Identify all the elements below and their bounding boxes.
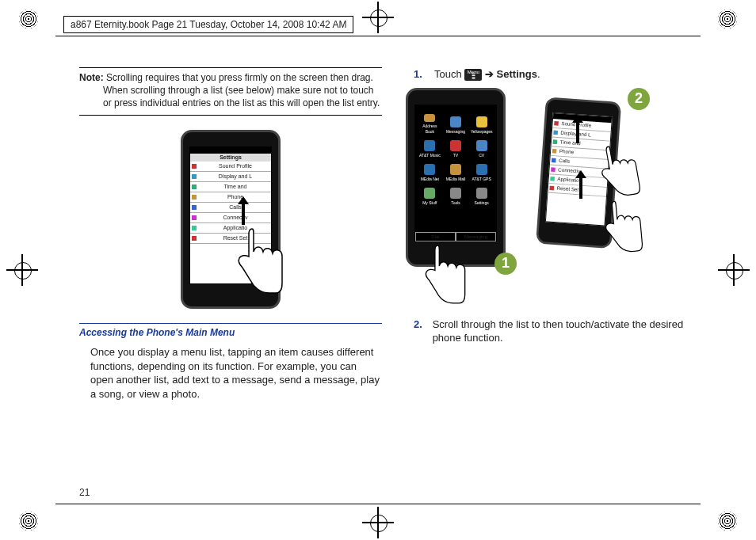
callout-2: 2 [628, 88, 650, 110]
crop-mark-icon [19, 511, 38, 530]
figure-settings-scroll: Settings Sound ProfileDisplay and LTime … [79, 130, 382, 313]
settings-row: Phone [190, 192, 271, 203]
app-icon: MEdia Net [418, 162, 442, 184]
app-icon: TV [444, 138, 468, 160]
page-number: 21 [79, 486, 90, 499]
scroll-arrow-icon [572, 112, 583, 151]
settings-row: Time and [190, 182, 271, 192]
phone-menu-illustration: Address BookMessagingYellowpagesAT&T Mus… [406, 88, 506, 267]
app-icon: AT&T GPS [469, 162, 494, 184]
hand-icon [595, 196, 644, 257]
phone-screen-title: Settings [190, 154, 271, 162]
app-icon: Settings [469, 185, 494, 207]
note-label: Note: [79, 72, 104, 83]
registration-mark-icon [362, 2, 394, 33]
hand-icon [589, 139, 643, 203]
registration-mark-icon [718, 254, 750, 286]
crop-mark-icon [718, 511, 737, 530]
app-icon: MEdia Mall [444, 162, 468, 184]
note-text: Scrolling requires that you press firmly… [103, 72, 380, 108]
crop-line [55, 504, 701, 504]
crop-mark-icon [19, 10, 38, 29]
softkey: Messaging [456, 232, 496, 241]
step-number: 1. [414, 67, 426, 82]
settings-row: Sound Profile [190, 162, 271, 172]
app-icon: AT&T Music [418, 138, 442, 160]
right-column: 1. Touch Menu≣ ➔ Settings. Address BookM… [406, 67, 708, 485]
menu-icon: Menu≣ [464, 69, 482, 81]
left-column: Note: Scrolling requires that you press … [79, 67, 382, 485]
registration-mark-icon [6, 254, 38, 286]
softkey: Dial [415, 232, 456, 241]
registration-mark-icon [362, 507, 394, 538]
scroll-arrow-icon [238, 193, 249, 233]
callout-1: 1 [494, 253, 517, 275]
app-icon: My Stuff [418, 185, 442, 207]
step-number: 2. [414, 318, 425, 345]
step-1: 1. Touch Menu≣ ➔ Settings. [414, 67, 708, 82]
section-heading: Accessing the Phone's Main Menu [79, 323, 382, 339]
app-icon: Yellowpages [469, 114, 494, 136]
arrow-icon: ➔ [485, 68, 494, 80]
body-paragraph: Once you display a menu list, tapping an… [90, 345, 382, 401]
page-header: a867 Eternity.book Page 21 Tuesday, Octo… [63, 16, 353, 33]
crop-line [55, 36, 701, 36]
step-2: 2. Scroll through the list to then touch… [414, 318, 708, 345]
step-text: Touch [434, 68, 462, 80]
scroll-arrow-icon [575, 167, 586, 207]
hand-icon [228, 225, 284, 296]
settings-row: Calls [190, 203, 271, 213]
step-text: Scroll through the list to then touch/ac… [433, 318, 708, 345]
figure-main-menu: Address BookMessagingYellowpagesAT&T Mus… [406, 88, 708, 310]
settings-row: Display and L [190, 172, 271, 182]
app-icon: Tools [444, 185, 468, 207]
note-block: Note: Scrolling requires that you press … [79, 67, 382, 116]
settings-row: Connectiv [190, 213, 271, 223]
crop-mark-icon [718, 10, 737, 29]
app-icon: Address Book [418, 114, 442, 136]
app-icon: CV [469, 138, 494, 160]
hand-icon [417, 241, 467, 306]
step-target: Settings [497, 68, 537, 80]
app-icon: Messaging [444, 114, 468, 136]
